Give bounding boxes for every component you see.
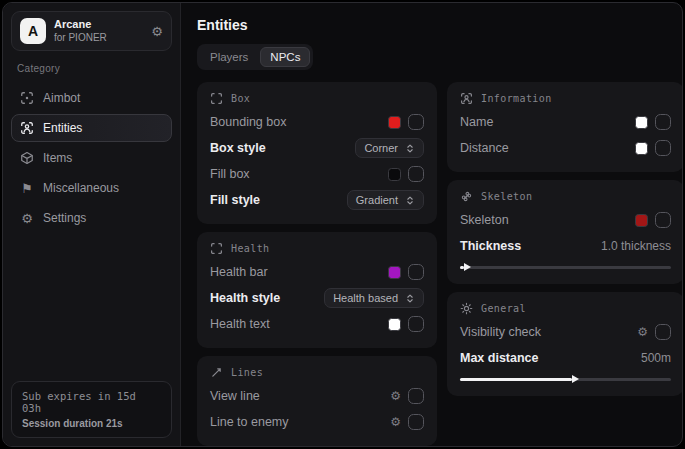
color-swatch[interactable] — [388, 168, 401, 181]
app-title: Arcane — [54, 18, 143, 32]
max-distance-slider[interactable] — [460, 373, 671, 385]
card-title: Skeleton — [481, 191, 532, 202]
chevrons-up-down-icon — [405, 293, 415, 304]
fill-style-dropdown[interactable]: Gradient — [347, 190, 424, 210]
card-box: Box Bounding box Box style Corner Fill b… — [197, 82, 437, 224]
checkbox[interactable] — [408, 414, 424, 430]
card-title: Information — [481, 93, 552, 104]
setting-label: View line — [210, 389, 260, 403]
checkbox[interactable] — [655, 114, 671, 130]
setting-row: Thickness 1.0 thickness — [460, 233, 671, 259]
cube-icon — [20, 151, 34, 165]
setting-label: Health text — [210, 317, 270, 331]
bone-icon — [460, 190, 473, 203]
card-lines: Lines View line ⚙ Line to enemy ⚙ — [197, 356, 437, 446]
gear-icon[interactable]: ⚙ — [390, 416, 401, 428]
setting-row: Box style Corner — [210, 135, 424, 161]
checkbox[interactable] — [655, 212, 671, 228]
tab-players[interactable]: Players — [200, 47, 258, 67]
sidebar-item-label: Miscellaneous — [43, 181, 119, 195]
setting-row: Skeleton — [460, 207, 671, 233]
color-swatch[interactable] — [388, 116, 401, 129]
sidebar-item-label: Items — [43, 151, 72, 165]
brand-card: A Arcane for PIONER ⚙ — [11, 11, 172, 51]
gear-icon[interactable]: ⚙ — [151, 24, 163, 39]
setting-label: Distance — [460, 141, 509, 155]
checkbox[interactable] — [408, 316, 424, 332]
tab-npcs[interactable]: NPCs — [260, 47, 310, 67]
card-information: Information Name Distance — [447, 82, 683, 172]
setting-row: Health bar — [210, 259, 424, 285]
setting-row: Bounding box — [210, 109, 424, 135]
setting-row: Health style Health based — [210, 285, 424, 311]
checkbox[interactable] — [655, 324, 671, 340]
card-general: General Visibility check ⚙ Max distance … — [447, 292, 683, 396]
card-health: Health Health bar Health style Health ba… — [197, 232, 437, 348]
gear-icon[interactable]: ⚙ — [390, 390, 401, 402]
app-logo: A — [20, 18, 46, 44]
setting-row: Line to enemy ⚙ — [210, 409, 424, 435]
setting-row: Visibility check ⚙ — [460, 319, 671, 345]
page-title: Entities — [197, 17, 683, 33]
color-swatch[interactable] — [635, 116, 648, 129]
setting-label: Line to enemy — [210, 415, 289, 429]
color-swatch[interactable] — [388, 318, 401, 331]
card-title: General — [481, 303, 526, 314]
setting-label: Visibility check — [460, 325, 541, 339]
setting-label: Bounding box — [210, 115, 286, 129]
checkbox[interactable] — [408, 114, 424, 130]
scan-brackets-icon — [210, 92, 223, 105]
chevrons-up-down-icon — [405, 195, 415, 206]
setting-row: View line ⚙ — [210, 383, 424, 409]
box-style-dropdown[interactable]: Corner — [355, 138, 424, 158]
diagonal-line-icon — [210, 366, 223, 379]
max-distance-value: 500m — [641, 351, 671, 365]
gear-icon: ⚙ — [20, 212, 34, 225]
checkbox[interactable] — [408, 166, 424, 182]
setting-label: Fill box — [210, 167, 250, 181]
chevrons-up-down-icon — [405, 143, 415, 154]
sun-icon — [460, 302, 473, 315]
setting-label: Fill style — [210, 193, 260, 207]
setting-label: Name — [460, 115, 493, 129]
crosshair-scan-icon — [20, 91, 34, 105]
sidebar-item-label: Aimbot — [43, 91, 80, 105]
sidebar-item-label: Entities — [43, 121, 82, 135]
sidebar-item-miscellaneous[interactable]: ⚑ Miscellaneous — [11, 174, 172, 202]
thickness-slider[interactable] — [460, 261, 671, 273]
color-swatch[interactable] — [388, 266, 401, 279]
color-swatch[interactable] — [635, 142, 648, 155]
session-duration-text: Session duration 21s — [22, 418, 161, 429]
sidebar: A Arcane for PIONER ⚙ Category Aimbot En… — [3, 3, 181, 446]
card-title: Box — [231, 93, 250, 104]
slider-handle[interactable] — [572, 375, 579, 383]
app-subtitle: for PIONER — [54, 32, 143, 45]
person-scan-icon — [460, 92, 473, 105]
checkbox[interactable] — [408, 264, 424, 280]
sidebar-item-label: Settings — [43, 211, 86, 225]
card-skeleton: Skeleton Skeleton Thickness 1.0 thicknes… — [447, 180, 683, 284]
card-title: Health — [231, 243, 270, 254]
checkbox[interactable] — [408, 388, 424, 404]
color-swatch[interactable] — [635, 214, 648, 227]
setting-label: Skeleton — [460, 213, 509, 227]
subscription-info: Sub expires in 15d 03h Session duration … — [11, 381, 172, 438]
category-label: Category — [17, 63, 166, 74]
setting-label: Box style — [210, 141, 266, 155]
scan-brackets-icon — [210, 242, 223, 255]
sidebar-nav: Aimbot Entities Items ⚑ Miscellaneous ⚙ … — [11, 82, 172, 381]
sidebar-item-entities[interactable]: Entities — [11, 114, 172, 142]
setting-row: Fill box — [210, 161, 424, 187]
setting-row: Name — [460, 109, 671, 135]
gear-icon[interactable]: ⚙ — [637, 326, 648, 338]
slider-handle[interactable] — [464, 263, 471, 271]
sub-expiry-text: Sub expires in 15d 03h — [22, 390, 161, 414]
tab-bar: Players NPCs — [197, 44, 313, 70]
checkbox[interactable] — [655, 140, 671, 156]
sidebar-item-aimbot[interactable]: Aimbot — [11, 84, 172, 112]
person-scan-icon — [20, 121, 34, 135]
sidebar-item-settings[interactable]: ⚙ Settings — [11, 204, 172, 232]
setting-label: Health style — [210, 291, 280, 305]
sidebar-item-items[interactable]: Items — [11, 144, 172, 172]
health-style-dropdown[interactable]: Health based — [324, 288, 424, 308]
